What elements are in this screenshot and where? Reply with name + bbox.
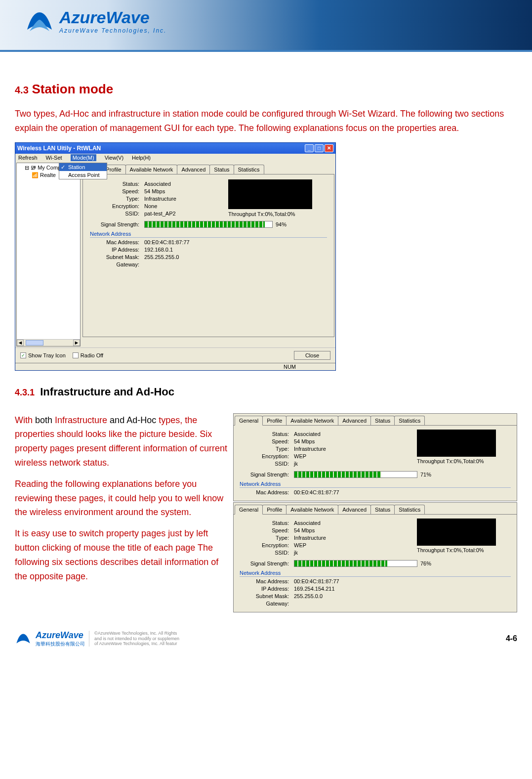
section-heading-4-3: 4.3 Station mode <box>15 82 517 97</box>
azurewave-logo-icon <box>25 7 54 35</box>
pb-tab-adv[interactable]: Advanced <box>338 505 371 514</box>
signal-strength-bar <box>144 221 273 228</box>
menu-wiset[interactable]: Wi-Set <box>46 155 62 161</box>
pb-tab-stats[interactable]: Statistics <box>394 505 425 514</box>
menu-refresh[interactable]: Refresh <box>18 155 38 161</box>
tab-status[interactable]: Status <box>209 165 234 174</box>
footer-chinese: 海華科技股份有限公司 <box>36 641 85 648</box>
tabs-row: eral Profile Available Network Advanced … <box>84 165 334 174</box>
tab-statistics[interactable]: Statistics <box>234 165 264 174</box>
page-number: 4-6 <box>506 634 517 643</box>
menu-bar: Refresh Wi-Set Mode(M) View(V) Help(H) <box>15 154 335 162</box>
maximize-button[interactable]: □ <box>315 144 324 152</box>
pa-tab-profile[interactable]: Profile <box>262 416 286 425</box>
close-button[interactable]: Close <box>294 351 330 360</box>
footer-copyright: ©AzureWave Technologies, Inc. All Rights… <box>89 631 179 647</box>
pa-tab-general[interactable]: General <box>235 416 263 426</box>
menu-view[interactable]: View(V) <box>105 155 123 161</box>
brand-tagline: AzureWave Technologies, Inc. <box>59 27 166 34</box>
footer-logo-icon <box>15 631 32 646</box>
pa-tab-stats[interactable]: Statistics <box>394 416 425 425</box>
pa-throughput-graph <box>417 430 496 457</box>
status-value: Associated <box>144 181 171 187</box>
pa-tab-adv[interactable]: Advanced <box>338 416 371 425</box>
page-footer: AzureWave 海華科技股份有限公司 ©AzureWave Technolo… <box>0 628 532 651</box>
dropdown-station[interactable]: Station <box>59 163 107 171</box>
general-tab-body: Status:Associated Speed:54 Mbps Type:Inf… <box>82 174 334 337</box>
device-tree[interactable]: ⊟ 🖳 My Comp 📶 Realte ◄ ► <box>16 163 81 346</box>
menu-help[interactable]: Help(H) <box>132 155 151 161</box>
mac-value: 00:E0:4C:81:87:77 <box>144 239 190 245</box>
throughput-graph <box>228 179 312 209</box>
window-titlebar: Wireless LAN Uitily - RtWLAN _ □ ✕ <box>15 143 335 154</box>
status-bar: NUM <box>15 363 335 370</box>
header-banner: AzureWave AzureWave Technologies, Inc. <box>0 0 532 52</box>
para-431-2: Reading the following explanations befor… <box>15 477 227 519</box>
brand-name: AzureWave <box>59 8 166 27</box>
pa-tab-avail[interactable]: Available Network <box>286 416 338 425</box>
close-window-button[interactable]: ✕ <box>325 144 333 152</box>
screenshot-panel-b: General Profile Available Network Advanc… <box>233 502 517 612</box>
show-tray-icon-checkbox[interactable]: ✓Show Tray Icon <box>20 352 66 358</box>
dropdown-access-point[interactable]: Access Point <box>59 171 107 179</box>
pb-tab-avail[interactable]: Available Network <box>286 505 338 514</box>
screenshot-utility-window: Wireless LAN Uitily - RtWLAN _ □ ✕ Refre… <box>15 142 336 371</box>
radio-off-checkbox[interactable]: Radio Off <box>73 352 103 358</box>
screenshot-panel-a: General Profile Available Network Advanc… <box>233 413 517 501</box>
pb-tab-status[interactable]: Status <box>370 505 395 514</box>
minimize-button[interactable]: _ <box>305 144 314 152</box>
pa-tab-status[interactable]: Status <box>370 416 395 425</box>
mask-value: 255.255.255.0 <box>144 254 179 260</box>
tab-available-network[interactable]: Available Network <box>125 165 178 174</box>
footer-brand: AzureWave <box>36 630 85 641</box>
speed-value: 54 Mbps <box>144 188 165 194</box>
window-title: Wireless LAN Uitily - RtWLAN <box>17 145 101 152</box>
ip-value: 192.168.0.1 <box>144 247 173 253</box>
tree-scrollbar[interactable]: ◄ ► <box>17 339 80 346</box>
encryption-value: None <box>144 203 157 209</box>
throughput-label: Throughput Tx:0%,Total:0% <box>228 211 327 217</box>
network-address-group: Network Address <box>90 231 327 238</box>
menu-mode[interactable]: Mode(M) <box>71 154 96 161</box>
pb-signal-bar <box>294 560 417 567</box>
pb-tab-profile[interactable]: Profile <box>262 505 286 514</box>
tab-advanced[interactable]: Advanced <box>177 165 210 174</box>
pa-signal-bar <box>294 471 417 478</box>
para-431-1: With both Infrastructure and Ad-Hoc type… <box>15 413 227 470</box>
para-431-3: It is easy use to switch property pages … <box>15 526 227 583</box>
type-value: Infrastructure <box>144 196 176 202</box>
banner-logo: AzureWave AzureWave Technologies, Inc. <box>25 7 166 35</box>
pb-throughput-graph <box>417 519 496 546</box>
mode-dropdown: Station Access Point <box>59 163 107 179</box>
section-heading-4-3-1: 4.3.1 Infrastructure and Ad-Hoc <box>15 386 517 398</box>
signal-pct: 94% <box>276 221 286 227</box>
intro-paragraph: Two types, Ad-Hoc and infrastructure in … <box>15 107 517 135</box>
pb-tab-general[interactable]: General <box>235 505 263 515</box>
ssid-value: pat-test_AP2 <box>144 211 176 216</box>
